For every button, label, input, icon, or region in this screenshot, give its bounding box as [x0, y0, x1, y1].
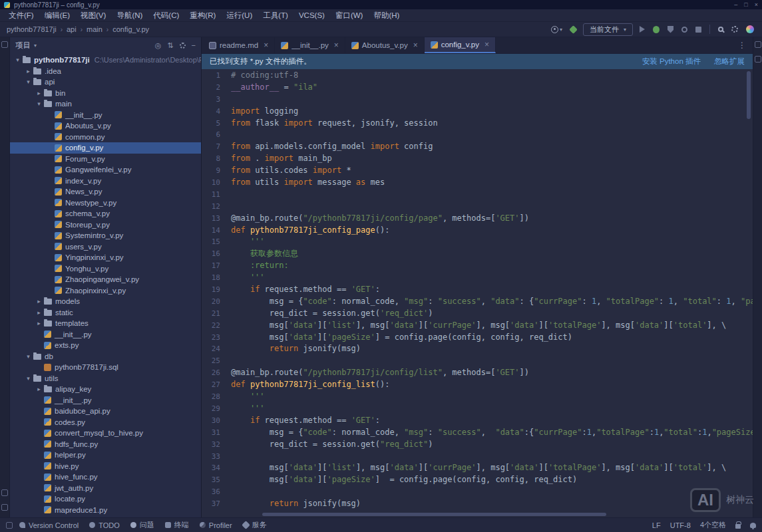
hide-panel-icon[interactable]: −: [192, 41, 196, 49]
maximize-button[interactable]: □: [744, 1, 747, 8]
line-number[interactable]: 37: [202, 498, 231, 510]
minimize-button[interactable]: –: [734, 1, 737, 8]
code-line[interactable]: 21 req_dict = session.get('req_dict'): [202, 308, 753, 320]
status-item[interactable]: 问题: [130, 520, 154, 530]
tree-item[interactable]: ▸.idea: [10, 66, 201, 77]
code-line[interactable]: 34 msg['data']['list'], msg['data']['cur…: [202, 462, 753, 474]
tree-item[interactable]: ▾main: [10, 98, 201, 110]
tree-item[interactable]: Forum_v.py: [10, 154, 201, 165]
tree-item[interactable]: ▾db: [10, 351, 201, 362]
close-icon[interactable]: ×: [334, 41, 339, 50]
line-number[interactable]: 33: [202, 451, 231, 463]
line-number[interactable]: 28: [202, 391, 231, 403]
line-number[interactable]: 8: [202, 153, 231, 165]
line-number[interactable]: 26: [202, 367, 231, 379]
close-icon[interactable]: ×: [484, 40, 489, 49]
line-number[interactable]: 19: [202, 284, 231, 296]
build-button[interactable]: [569, 26, 578, 33]
chevron-expanded-icon[interactable]: ▾: [35, 100, 43, 107]
line-number[interactable]: 16: [202, 248, 231, 260]
tree-item[interactable]: config_v.py: [10, 142, 201, 154]
gear-icon[interactable]: [180, 43, 186, 49]
chevron-collapsed-icon[interactable]: ▸: [35, 90, 43, 96]
chevron-collapsed-icon[interactable]: ▸: [35, 320, 43, 327]
chevron-collapsed-icon[interactable]: ▸: [25, 68, 32, 74]
code-line[interactable]: 6: [202, 129, 753, 141]
line-number[interactable]: 7: [202, 141, 231, 153]
code-line[interactable]: 19 if request.method == 'GET':: [202, 284, 753, 296]
notifications-icon[interactable]: [750, 523, 756, 528]
code-line[interactable]: 11: [202, 189, 753, 201]
line-number[interactable]: 1: [202, 70, 231, 82]
breadcrumb-item[interactable]: pythonb77817ji: [7, 25, 57, 33]
line-number[interactable]: 22: [202, 320, 231, 332]
tree-item[interactable]: convert_mysql_to_hive.py: [10, 428, 201, 439]
status-item[interactable]: LF: [652, 521, 661, 529]
menu-item[interactable]: 重构(R): [185, 10, 220, 21]
tree-item[interactable]: ▾api: [10, 76, 201, 88]
code-line[interactable]: 28 ''': [202, 391, 753, 403]
code-line[interactable]: 35 msg['data']['pageSize'] = config.page…: [202, 474, 753, 486]
code-line[interactable]: 9from utils.codes import *: [202, 165, 753, 177]
tree-item[interactable]: helper.py: [10, 450, 201, 461]
vertical-scrollbar[interactable]: [746, 71, 751, 509]
menu-item[interactable]: 窗口(W): [331, 10, 368, 21]
tree-item[interactable]: schema_v.py: [10, 208, 201, 219]
code-line[interactable]: 27def pythonb77817ji_config_list():: [202, 379, 753, 391]
locate-file-icon[interactable]: ◎: [155, 41, 162, 50]
code-line[interactable]: 5from flask import request, jsonify, ses…: [202, 118, 753, 130]
line-number[interactable]: 29: [202, 403, 231, 415]
tree-item[interactable]: ▸bin: [10, 88, 201, 99]
code-line[interactable]: 32 req_dict = session.get("req_dict"): [202, 439, 753, 451]
code-line[interactable]: 26@main_bp.route("/pythonb77817ji/config…: [202, 367, 753, 379]
line-number[interactable]: 20: [202, 296, 231, 308]
code-line[interactable]: 12: [202, 201, 753, 213]
tree-item[interactable]: Storeup_v.py: [10, 219, 201, 231]
user-avatar-button[interactable]: ▾: [550, 25, 564, 34]
line-number[interactable]: 9: [202, 165, 231, 177]
breadcrumb-item[interactable]: config_v.py: [112, 25, 149, 33]
chevron-collapsed-icon[interactable]: ▸: [35, 386, 43, 392]
menu-item[interactable]: 帮助(H): [369, 10, 404, 21]
line-number[interactable]: 30: [202, 415, 231, 427]
vertical-scrollbar-thumb[interactable]: [747, 71, 751, 119]
tree-item[interactable]: ▾pythonb77817jiC:\Users\Administrator\De…: [10, 55, 201, 66]
structure-toolwindow-icon[interactable]: [1, 504, 8, 511]
tree-item[interactable]: ▸static: [10, 307, 201, 319]
status-item[interactable]: 4个空格: [700, 520, 726, 530]
editor-tab[interactable]: config_v.py×: [425, 37, 496, 53]
tree-item[interactable]: ▸models: [10, 296, 201, 307]
chevron-collapsed-icon[interactable]: ▸: [35, 309, 43, 316]
line-number[interactable]: 34: [202, 462, 231, 474]
code-line[interactable]: 17 :return:: [202, 260, 753, 272]
tree-item[interactable]: jwt_auth.py: [10, 483, 201, 494]
menu-item[interactable]: 视图(V): [76, 10, 110, 21]
line-number[interactable]: 17: [202, 260, 231, 272]
expand-collapse-icon[interactable]: ⇅: [167, 41, 173, 50]
line-number[interactable]: 11: [202, 189, 231, 201]
status-item[interactable]: Version Control: [19, 521, 79, 529]
code-line[interactable]: 20 msg = {"code": normal_code, "msg": "s…: [202, 296, 753, 308]
line-number[interactable]: 15: [202, 236, 231, 248]
chevron-expanded-icon[interactable]: ▾: [25, 78, 32, 85]
tree-item[interactable]: __init__.py: [10, 329, 201, 340]
tree-item[interactable]: ▸alipay_key: [10, 384, 201, 395]
editor-tab[interactable]: readme.md×: [203, 37, 275, 53]
menu-item[interactable]: 文件(F): [4, 10, 39, 21]
code-line[interactable]: 37 return jsonify(msg): [202, 498, 753, 510]
chevron-down-icon[interactable]: ▾: [34, 43, 37, 49]
project-panel-title[interactable]: 项目: [15, 41, 31, 51]
code-line[interactable]: 29 ''': [202, 403, 753, 415]
tree-item[interactable]: __init__.py: [10, 110, 201, 121]
line-number[interactable]: 25: [202, 355, 231, 367]
code-line[interactable]: 18 ''': [202, 272, 753, 284]
tree-item[interactable]: __init__.py: [10, 395, 201, 406]
tabs-overflow-icon[interactable]: ⋮: [731, 37, 753, 53]
tree-item[interactable]: locate.py: [10, 493, 201, 505]
install-plugin-link[interactable]: 安装 Python 插件: [642, 57, 701, 66]
code-line[interactable]: 3: [202, 94, 753, 106]
code-line[interactable]: 24 return jsonify(msg): [202, 343, 753, 355]
search-everywhere-button[interactable]: [717, 26, 725, 33]
status-item[interactable]: 服务: [243, 520, 267, 530]
line-number[interactable]: 4: [202, 106, 231, 118]
